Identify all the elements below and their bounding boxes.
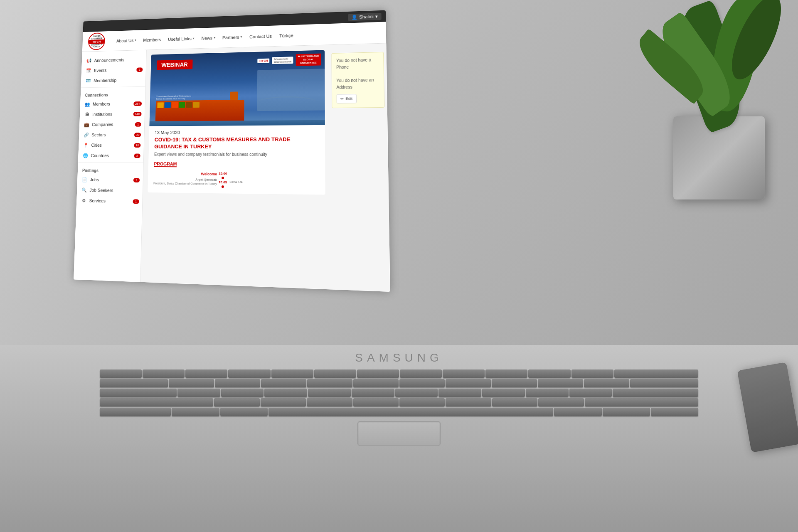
key-rshift[interactable] bbox=[585, 398, 698, 406]
key-alt[interactable] bbox=[220, 408, 268, 416]
key[interactable] bbox=[143, 369, 185, 378]
key[interactable] bbox=[446, 398, 491, 406]
key[interactable] bbox=[169, 379, 214, 387]
program-list: Welcome Arpat Şenocak President, Swiss C… bbox=[153, 170, 319, 190]
key[interactable] bbox=[526, 389, 569, 397]
key[interactable] bbox=[571, 369, 613, 378]
key-fn[interactable] bbox=[172, 408, 219, 416]
key-enter-top[interactable] bbox=[630, 379, 698, 387]
nav-partners[interactable]: Partners ▾ bbox=[222, 34, 242, 40]
key[interactable] bbox=[400, 369, 442, 378]
key[interactable] bbox=[399, 398, 445, 406]
webinar-image: WEBINAR TR·CH SchweizerischeEidgenossens… bbox=[149, 50, 325, 126]
key[interactable] bbox=[395, 389, 438, 397]
right-panel: You do not have a Phone You do not have … bbox=[325, 49, 383, 200]
key[interactable] bbox=[485, 369, 527, 378]
key[interactable] bbox=[492, 379, 537, 387]
sidebar-events-label: Events bbox=[94, 68, 107, 73]
key[interactable] bbox=[492, 398, 537, 406]
services-badge: 1 bbox=[133, 199, 139, 204]
key[interactable] bbox=[353, 379, 399, 387]
nav-useful-links[interactable]: Useful Links ▾ bbox=[168, 36, 195, 42]
main-content: WEBINAR TR·CH SchweizerischeEidgenossens… bbox=[140, 43, 390, 292]
key[interactable] bbox=[264, 389, 307, 397]
key[interactable] bbox=[177, 389, 220, 397]
key-caps[interactable] bbox=[100, 389, 177, 397]
key[interactable] bbox=[307, 398, 352, 406]
key[interactable] bbox=[314, 369, 356, 378]
person-search-icon: 🔍 bbox=[81, 187, 87, 193]
key-lshift[interactable] bbox=[100, 398, 213, 406]
key[interactable] bbox=[352, 389, 394, 397]
sidebar-item-events[interactable]: 📅 Events 1 bbox=[81, 64, 146, 76]
time-column: Welcome Arpat Şenocak President, Swiss C… bbox=[153, 170, 217, 189]
key[interactable] bbox=[185, 369, 227, 378]
nav-members[interactable]: Members bbox=[143, 37, 161, 42]
jobs-badge: 1 bbox=[133, 178, 140, 182]
sidebar-item-jobs[interactable]: 📄 Jobs 1 bbox=[77, 174, 143, 185]
sidebar-item-institutions[interactable]: 🏛 Institutions 148 bbox=[80, 108, 145, 119]
webinar-body: 13 May 2020 COVID-19: TAX & CUSTOMS MEAS… bbox=[148, 125, 325, 195]
key[interactable] bbox=[261, 398, 306, 406]
key[interactable] bbox=[528, 369, 570, 378]
sidebar-item-membership[interactable]: 🪪 Membership bbox=[81, 74, 146, 86]
nav-about[interactable]: About Us ▾ bbox=[116, 38, 136, 43]
key[interactable] bbox=[538, 379, 583, 387]
key-space[interactable] bbox=[268, 408, 553, 416]
sidebar-item-cities[interactable]: 📍 Cities 18 bbox=[79, 140, 144, 150]
sidebar-members-label: Members bbox=[93, 101, 110, 106]
countries-badge: 2 bbox=[134, 153, 140, 158]
sidebar-item-services[interactable]: ⚙ Services 1 bbox=[76, 195, 143, 207]
sidebar-item-announcements[interactable]: 📢 Announcements bbox=[82, 54, 146, 66]
key-backspace[interactable] bbox=[614, 369, 698, 378]
key[interactable] bbox=[584, 379, 629, 387]
key[interactable] bbox=[214, 398, 259, 406]
logo[interactable]: SWISS CHAMBER TR·CH COMMERCE TURKEY bbox=[88, 32, 109, 50]
sidebar-item-sectors[interactable]: 🔗 Sectors 39 bbox=[79, 129, 144, 140]
webinar-subtitle: Expert views and company testimonials fo… bbox=[154, 152, 319, 157]
key-tab[interactable] bbox=[100, 379, 168, 387]
webinar-logos: TR·CH SchweizerischeEidgenossenschaft ✚ … bbox=[257, 54, 321, 67]
key[interactable] bbox=[271, 369, 313, 378]
connections-header: Connections bbox=[81, 88, 145, 99]
key[interactable] bbox=[443, 369, 485, 378]
content-row: WEBINAR TR·CH SchweizerischeEidgenossens… bbox=[148, 49, 383, 200]
key[interactable] bbox=[353, 398, 399, 406]
key[interactable] bbox=[221, 389, 264, 397]
sidebar-item-companies[interactable]: 💼 Companies 1 bbox=[79, 119, 145, 130]
key[interactable] bbox=[399, 379, 445, 387]
nav-contact[interactable]: Contact Us bbox=[249, 34, 272, 39]
key[interactable] bbox=[446, 379, 491, 387]
key[interactable] bbox=[228, 369, 270, 378]
sidebar-item-members[interactable]: 👥 Members 287 bbox=[80, 98, 145, 109]
key[interactable] bbox=[308, 389, 351, 397]
cities-badge: 18 bbox=[134, 143, 140, 148]
trackpad[interactable] bbox=[357, 421, 441, 446]
nav-turkish[interactable]: Türkçe bbox=[279, 33, 293, 38]
nav-news[interactable]: News ▾ bbox=[201, 35, 215, 40]
companies-badge: 1 bbox=[135, 122, 141, 127]
key[interactable] bbox=[100, 369, 142, 378]
postings-header: Postings bbox=[78, 164, 143, 175]
key-enter[interactable] bbox=[613, 389, 698, 397]
key[interactable] bbox=[569, 389, 612, 397]
edit-button[interactable]: ✏ Edit bbox=[337, 94, 357, 103]
sidebar-item-countries[interactable]: 🌐 Countries 2 bbox=[78, 150, 144, 161]
key-alt-r[interactable] bbox=[554, 408, 601, 416]
user-menu[interactable]: 👤 Shalini ▾ bbox=[348, 12, 382, 21]
edit-label: Edit bbox=[346, 96, 352, 102]
key[interactable] bbox=[538, 398, 584, 406]
key[interactable] bbox=[438, 389, 481, 397]
key[interactable] bbox=[357, 369, 399, 378]
sidebar-jobs-label: Jobs bbox=[90, 177, 99, 182]
sidebar: 📢 Announcements 📅 Events 1 🪪 Membership … bbox=[74, 50, 147, 282]
key[interactable] bbox=[482, 389, 525, 397]
divider-1 bbox=[81, 86, 145, 88]
key[interactable] bbox=[261, 379, 306, 387]
key-ctrl[interactable] bbox=[100, 408, 171, 416]
sidebar-item-job-seekers[interactable]: 🔍 Job Seekers bbox=[77, 185, 143, 196]
key[interactable] bbox=[215, 379, 260, 387]
key[interactable] bbox=[307, 379, 352, 387]
key-arrow-r[interactable] bbox=[651, 408, 698, 416]
key-arrow-l[interactable] bbox=[603, 408, 650, 416]
